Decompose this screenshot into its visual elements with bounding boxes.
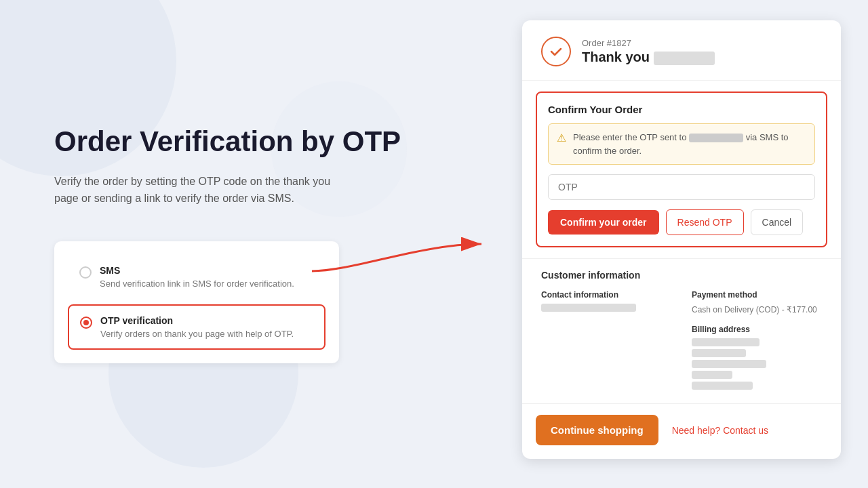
check-circle-icon [541,37,571,66]
warning-icon: ⚠ [557,131,566,144]
customer-info-title: Customer information [541,270,822,281]
addr-line3-blurred [692,360,766,368]
otp-radio [80,317,92,329]
otp-actions: Confirm your order Resend OTP Cancel [548,209,815,235]
page-description: Verify the order by setting the OTP code… [54,173,346,207]
otp-confirm-section: Confirm Your Order ⚠ Please enter the OT… [536,92,827,247]
cancel-button[interactable]: Cancel [751,209,804,235]
billing-label: Billing address [692,325,822,334]
payment-value: Cash on Delivery (COD) - ₹177.00 [692,304,822,317]
addr-line1-blurred [692,338,760,346]
sms-option-text: SMS Send verification link in SMS for or… [100,265,294,289]
customer-name-blurred [654,52,715,65]
page-title: Order Verification by OTP [54,125,407,159]
payment-label: Payment method [692,290,822,300]
options-card: SMS Send verification link in SMS for or… [54,241,339,363]
addr-line4-blurred [692,371,732,379]
order-number: Order #1827 [582,38,715,48]
otp-option[interactable]: OTP verification Verify orders on thank … [68,304,326,350]
otp-option-desc: Verify orders on thank you page with hel… [100,329,294,339]
continue-shopping-button[interactable]: Continue shopping [536,415,658,445]
billing-value [692,338,822,390]
alert-box: ⚠ Please enter the OTP sent to via SMS t… [548,123,815,165]
addr-line2-blurred [692,349,746,357]
phone-blurred [689,134,743,142]
resend-otp-button[interactable]: Resend OTP [666,209,744,235]
info-columns: Contact information Payment method Cash … [541,290,822,392]
alert-text: Please enter the OTP sent to via SMS to … [573,131,806,157]
thank-you-text: Thank you [582,49,715,65]
right-panel: Order #1827 Thank you Confirm Your Order… [522,20,841,459]
email-blurred [541,304,636,312]
sms-option-label: SMS [100,265,294,276]
order-header: Order #1827 Thank you [522,20,841,81]
left-panel: Order Verification by OTP Verify the ord… [0,0,448,488]
contact-value [541,304,671,312]
confirm-order-button[interactable]: Confirm your order [548,210,659,235]
otp-option-text: OTP verification Verify orders on thank … [100,315,294,339]
sms-option-desc: Send verification link in SMS for order … [100,279,294,289]
continue-section: Continue shopping Need help? Contact us [522,403,841,459]
payment-col: Payment method Cash on Delivery (COD) - … [692,290,822,392]
customer-info-section: Customer information Contact information… [522,258,841,403]
order-info: Order #1827 Thank you [582,38,715,65]
addr-line5-blurred [692,382,753,390]
otp-option-label: OTP verification [100,315,294,326]
otp-input[interactable] [548,174,815,200]
sms-option[interactable]: SMS Send verification link in SMS for or… [68,255,326,299]
contact-col: Contact information [541,290,671,392]
confirm-title: Confirm Your Order [548,104,815,115]
contact-label: Contact information [541,290,671,300]
need-help-link[interactable]: Need help? Contact us [672,425,768,436]
sms-radio [79,266,92,279]
